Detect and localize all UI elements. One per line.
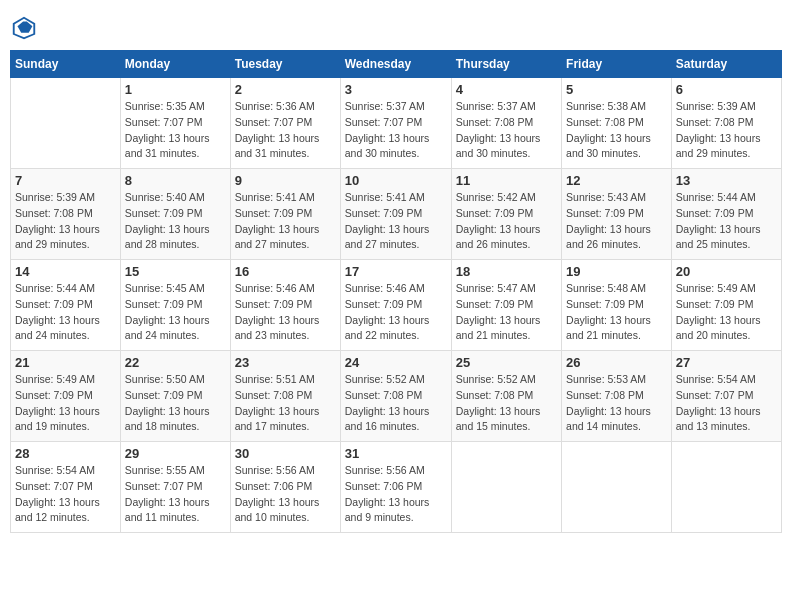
cell-info: Sunrise: 5:44 AMSunset: 7:09 PMDaylight:…	[676, 190, 777, 253]
day-number: 4	[456, 82, 557, 97]
day-cell: 6Sunrise: 5:39 AMSunset: 7:08 PMDaylight…	[671, 78, 781, 169]
day-cell: 3Sunrise: 5:37 AMSunset: 7:07 PMDaylight…	[340, 78, 451, 169]
calendar-table: SundayMondayTuesdayWednesdayThursdayFrid…	[10, 50, 782, 533]
day-number: 15	[125, 264, 226, 279]
cell-info: Sunrise: 5:43 AMSunset: 7:09 PMDaylight:…	[566, 190, 667, 253]
day-cell: 8Sunrise: 5:40 AMSunset: 7:09 PMDaylight…	[120, 169, 230, 260]
day-number: 10	[345, 173, 447, 188]
day-cell: 12Sunrise: 5:43 AMSunset: 7:09 PMDayligh…	[562, 169, 672, 260]
col-header-saturday: Saturday	[671, 51, 781, 78]
day-cell: 2Sunrise: 5:36 AMSunset: 7:07 PMDaylight…	[230, 78, 340, 169]
cell-info: Sunrise: 5:56 AMSunset: 7:06 PMDaylight:…	[235, 463, 336, 526]
cell-info: Sunrise: 5:52 AMSunset: 7:08 PMDaylight:…	[456, 372, 557, 435]
day-cell: 9Sunrise: 5:41 AMSunset: 7:09 PMDaylight…	[230, 169, 340, 260]
day-number: 14	[15, 264, 116, 279]
day-number: 18	[456, 264, 557, 279]
cell-info: Sunrise: 5:46 AMSunset: 7:09 PMDaylight:…	[345, 281, 447, 344]
day-cell: 31Sunrise: 5:56 AMSunset: 7:06 PMDayligh…	[340, 442, 451, 533]
week-row-1: 1Sunrise: 5:35 AMSunset: 7:07 PMDaylight…	[11, 78, 782, 169]
day-cell: 25Sunrise: 5:52 AMSunset: 7:08 PMDayligh…	[451, 351, 561, 442]
day-cell: 30Sunrise: 5:56 AMSunset: 7:06 PMDayligh…	[230, 442, 340, 533]
day-number: 12	[566, 173, 667, 188]
cell-info: Sunrise: 5:53 AMSunset: 7:08 PMDaylight:…	[566, 372, 667, 435]
day-cell: 13Sunrise: 5:44 AMSunset: 7:09 PMDayligh…	[671, 169, 781, 260]
week-row-4: 21Sunrise: 5:49 AMSunset: 7:09 PMDayligh…	[11, 351, 782, 442]
page-header	[10, 10, 782, 42]
day-number: 28	[15, 446, 116, 461]
week-row-3: 14Sunrise: 5:44 AMSunset: 7:09 PMDayligh…	[11, 260, 782, 351]
cell-info: Sunrise: 5:42 AMSunset: 7:09 PMDaylight:…	[456, 190, 557, 253]
day-number: 19	[566, 264, 667, 279]
header-row: SundayMondayTuesdayWednesdayThursdayFrid…	[11, 51, 782, 78]
day-cell	[562, 442, 672, 533]
day-cell: 18Sunrise: 5:47 AMSunset: 7:09 PMDayligh…	[451, 260, 561, 351]
cell-info: Sunrise: 5:39 AMSunset: 7:08 PMDaylight:…	[15, 190, 116, 253]
cell-info: Sunrise: 5:37 AMSunset: 7:07 PMDaylight:…	[345, 99, 447, 162]
day-number: 22	[125, 355, 226, 370]
day-number: 29	[125, 446, 226, 461]
cell-info: Sunrise: 5:44 AMSunset: 7:09 PMDaylight:…	[15, 281, 116, 344]
cell-info: Sunrise: 5:54 AMSunset: 7:07 PMDaylight:…	[15, 463, 116, 526]
col-header-monday: Monday	[120, 51, 230, 78]
day-cell: 14Sunrise: 5:44 AMSunset: 7:09 PMDayligh…	[11, 260, 121, 351]
day-number: 17	[345, 264, 447, 279]
day-cell: 27Sunrise: 5:54 AMSunset: 7:07 PMDayligh…	[671, 351, 781, 442]
cell-info: Sunrise: 5:47 AMSunset: 7:09 PMDaylight:…	[456, 281, 557, 344]
day-number: 3	[345, 82, 447, 97]
day-cell: 23Sunrise: 5:51 AMSunset: 7:08 PMDayligh…	[230, 351, 340, 442]
cell-info: Sunrise: 5:38 AMSunset: 7:08 PMDaylight:…	[566, 99, 667, 162]
logo	[10, 14, 40, 42]
cell-info: Sunrise: 5:54 AMSunset: 7:07 PMDaylight:…	[676, 372, 777, 435]
day-cell: 1Sunrise: 5:35 AMSunset: 7:07 PMDaylight…	[120, 78, 230, 169]
day-number: 26	[566, 355, 667, 370]
cell-info: Sunrise: 5:56 AMSunset: 7:06 PMDaylight:…	[345, 463, 447, 526]
day-number: 5	[566, 82, 667, 97]
day-cell: 11Sunrise: 5:42 AMSunset: 7:09 PMDayligh…	[451, 169, 561, 260]
cell-info: Sunrise: 5:46 AMSunset: 7:09 PMDaylight:…	[235, 281, 336, 344]
day-cell: 5Sunrise: 5:38 AMSunset: 7:08 PMDaylight…	[562, 78, 672, 169]
day-number: 6	[676, 82, 777, 97]
day-number: 11	[456, 173, 557, 188]
day-cell	[451, 442, 561, 533]
day-cell	[671, 442, 781, 533]
day-number: 25	[456, 355, 557, 370]
day-number: 24	[345, 355, 447, 370]
day-cell: 17Sunrise: 5:46 AMSunset: 7:09 PMDayligh…	[340, 260, 451, 351]
day-cell: 10Sunrise: 5:41 AMSunset: 7:09 PMDayligh…	[340, 169, 451, 260]
day-number: 23	[235, 355, 336, 370]
cell-info: Sunrise: 5:40 AMSunset: 7:09 PMDaylight:…	[125, 190, 226, 253]
day-number: 7	[15, 173, 116, 188]
cell-info: Sunrise: 5:41 AMSunset: 7:09 PMDaylight:…	[345, 190, 447, 253]
day-cell: 7Sunrise: 5:39 AMSunset: 7:08 PMDaylight…	[11, 169, 121, 260]
day-cell: 20Sunrise: 5:49 AMSunset: 7:09 PMDayligh…	[671, 260, 781, 351]
col-header-friday: Friday	[562, 51, 672, 78]
col-header-thursday: Thursday	[451, 51, 561, 78]
week-row-2: 7Sunrise: 5:39 AMSunset: 7:08 PMDaylight…	[11, 169, 782, 260]
day-cell: 24Sunrise: 5:52 AMSunset: 7:08 PMDayligh…	[340, 351, 451, 442]
cell-info: Sunrise: 5:36 AMSunset: 7:07 PMDaylight:…	[235, 99, 336, 162]
cell-info: Sunrise: 5:55 AMSunset: 7:07 PMDaylight:…	[125, 463, 226, 526]
cell-info: Sunrise: 5:52 AMSunset: 7:08 PMDaylight:…	[345, 372, 447, 435]
day-cell: 16Sunrise: 5:46 AMSunset: 7:09 PMDayligh…	[230, 260, 340, 351]
day-number: 1	[125, 82, 226, 97]
cell-info: Sunrise: 5:45 AMSunset: 7:09 PMDaylight:…	[125, 281, 226, 344]
day-number: 27	[676, 355, 777, 370]
day-number: 31	[345, 446, 447, 461]
logo-icon	[10, 14, 38, 42]
day-cell: 22Sunrise: 5:50 AMSunset: 7:09 PMDayligh…	[120, 351, 230, 442]
day-number: 13	[676, 173, 777, 188]
day-number: 2	[235, 82, 336, 97]
week-row-5: 28Sunrise: 5:54 AMSunset: 7:07 PMDayligh…	[11, 442, 782, 533]
cell-info: Sunrise: 5:35 AMSunset: 7:07 PMDaylight:…	[125, 99, 226, 162]
col-header-wednesday: Wednesday	[340, 51, 451, 78]
day-cell: 19Sunrise: 5:48 AMSunset: 7:09 PMDayligh…	[562, 260, 672, 351]
day-number: 16	[235, 264, 336, 279]
cell-info: Sunrise: 5:49 AMSunset: 7:09 PMDaylight:…	[15, 372, 116, 435]
day-number: 21	[15, 355, 116, 370]
day-number: 9	[235, 173, 336, 188]
cell-info: Sunrise: 5:49 AMSunset: 7:09 PMDaylight:…	[676, 281, 777, 344]
day-cell: 15Sunrise: 5:45 AMSunset: 7:09 PMDayligh…	[120, 260, 230, 351]
col-header-sunday: Sunday	[11, 51, 121, 78]
day-cell: 29Sunrise: 5:55 AMSunset: 7:07 PMDayligh…	[120, 442, 230, 533]
day-cell	[11, 78, 121, 169]
